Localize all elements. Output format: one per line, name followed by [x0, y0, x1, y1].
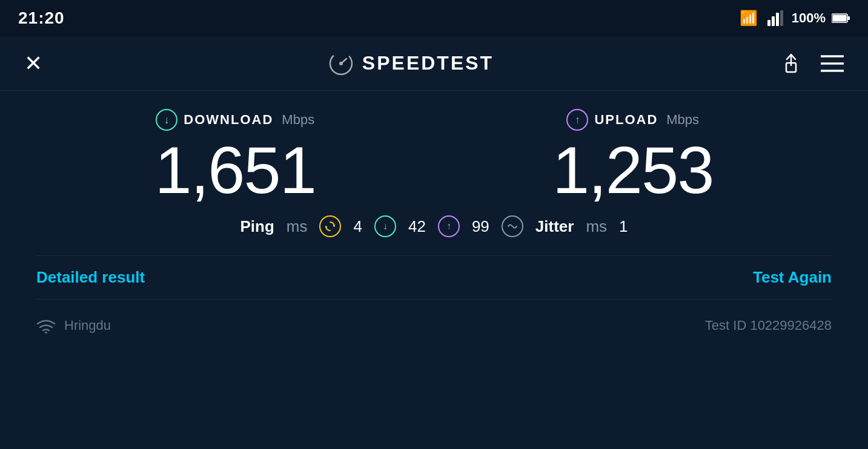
download-label-row: ↓ DOWNLOAD Mbps: [36, 109, 434, 131]
action-row: Detailed result Test Again: [36, 255, 832, 300]
ping-label: Ping: [240, 217, 274, 236]
ping-upload-icon: ↑: [438, 215, 460, 237]
signal-icon: [767, 10, 786, 26]
ping-download-value: 42: [408, 217, 426, 236]
battery-icon: [832, 13, 850, 24]
ping-upload-value: 99: [472, 217, 489, 236]
upload-metric: ↑ UPLOAD Mbps 1,253: [434, 109, 832, 203]
ping-unit: ms: [287, 217, 308, 236]
status-bar: 21:20 📶 100%: [0, 0, 868, 36]
wifi-icon: 📶: [740, 10, 761, 27]
upload-value: 1,253: [434, 137, 832, 203]
download-icon: ↓: [156, 109, 177, 131]
ping-idle-icon: [319, 215, 341, 237]
svg-rect-7: [847, 16, 850, 20]
nav-bar: ✕ SPEEDTEST: [0, 36, 868, 91]
download-value: 1,651: [36, 137, 434, 203]
svg-rect-4: [780, 10, 783, 26]
close-button[interactable]: ✕: [24, 53, 42, 74]
speedometer-icon: [328, 51, 354, 76]
status-icons: 📶 100%: [740, 10, 850, 27]
svg-rect-6: [833, 15, 847, 22]
test-id: Test ID 10229926428: [705, 318, 832, 333]
network-info: Hringdu: [36, 318, 111, 333]
svg-rect-2: [772, 16, 775, 26]
svg-rect-1: [767, 20, 770, 26]
footer-row: Hringdu Test ID 10229926428: [36, 312, 832, 339]
jitter-label: Jitter: [535, 217, 574, 236]
svg-text:📶: 📶: [740, 10, 758, 27]
jitter-icon: [502, 215, 523, 237]
upload-label: UPLOAD: [594, 112, 658, 128]
svg-point-18: [45, 332, 47, 333]
svg-point-10: [339, 62, 343, 65]
app-name: SPEEDTEST: [362, 52, 494, 74]
ping-row: Ping ms 4 ↓ 42 ↑ 99 Jitter ms 1: [36, 215, 832, 237]
ping-idle-value: 4: [353, 217, 362, 236]
main-content: ↓ DOWNLOAD Mbps 1,651 ↑ UPLOAD Mbps 1,25…: [0, 91, 868, 352]
ping-download-icon: ↓: [374, 215, 396, 237]
share-icon[interactable]: [780, 52, 803, 75]
test-again-button[interactable]: Test Again: [753, 268, 832, 287]
status-time: 21:20: [18, 8, 65, 28]
jitter-value: 1: [619, 217, 628, 236]
wifi-footer-icon: [36, 318, 56, 333]
network-name: Hringdu: [64, 318, 111, 333]
download-metric: ↓ DOWNLOAD Mbps 1,651: [36, 109, 434, 203]
upload-unit: Mbps: [666, 112, 699, 128]
download-label: DOWNLOAD: [184, 112, 273, 128]
svg-rect-3: [776, 13, 779, 26]
app-title: SPEEDTEST: [328, 51, 494, 76]
menu-icon[interactable]: [821, 54, 844, 73]
detailed-result-link[interactable]: Detailed result: [36, 268, 145, 287]
speed-metrics: ↓ DOWNLOAD Mbps 1,651 ↑ UPLOAD Mbps 1,25…: [36, 109, 832, 203]
nav-actions: [780, 52, 844, 75]
upload-label-row: ↑ UPLOAD Mbps: [434, 109, 832, 131]
download-unit: Mbps: [282, 112, 314, 128]
upload-icon: ↑: [566, 109, 588, 131]
battery-percent: 100%: [792, 10, 826, 26]
jitter-unit: ms: [586, 217, 607, 236]
